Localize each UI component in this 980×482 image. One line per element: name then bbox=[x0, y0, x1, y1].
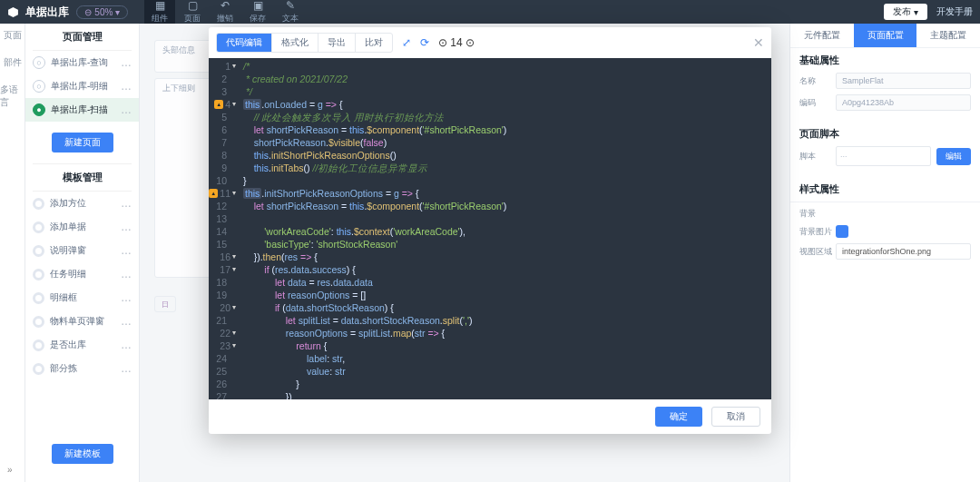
code-line[interactable]: let reasonOptions = [] bbox=[243, 289, 771, 301]
code-editor-dialog: 代码编辑 格式化 导出 比对 ⤢ ⟳ ⊙ 14 ⊙ ✕ 1▾23▲4▾56789… bbox=[209, 27, 771, 434]
code-line[interactable]: 'basicType': 'shortStockReason' bbox=[243, 238, 771, 251]
line-number: 19 bbox=[216, 289, 227, 301]
line-number: 14 bbox=[216, 225, 227, 238]
line-number: 27 bbox=[216, 390, 227, 399]
line-number: 1 bbox=[225, 60, 230, 73]
warning-icon[interactable]: ▲ bbox=[209, 189, 218, 198]
confirm-button[interactable]: 确定 bbox=[655, 407, 702, 427]
line-number: 22 bbox=[220, 327, 230, 339]
dialog-overlay: 代码编辑 格式化 导出 比对 ⤢ ⟳ ⊙ 14 ⊙ ✕ 1▾23▲4▾56789… bbox=[0, 0, 980, 482]
line-number: 24 bbox=[216, 352, 227, 365]
code-line[interactable]: label: str, bbox=[243, 352, 771, 365]
code-line[interactable]: /* bbox=[243, 60, 771, 73]
code-line[interactable]: reasonOptions = splitList.map(str => { bbox=[243, 327, 771, 339]
code-line[interactable] bbox=[243, 212, 771, 225]
close-icon[interactable]: ✕ bbox=[753, 35, 764, 50]
line-number: 2 bbox=[221, 73, 227, 85]
line-number: 18 bbox=[216, 276, 227, 289]
line-number: 11 bbox=[220, 187, 230, 200]
code-line[interactable]: }).then(res => { bbox=[243, 251, 771, 263]
fold-icon[interactable]: ▾ bbox=[232, 98, 236, 111]
line-number: 8 bbox=[221, 149, 227, 162]
code-line[interactable]: if (res.data.success) { bbox=[243, 263, 771, 276]
code-line[interactable]: }) bbox=[243, 390, 771, 399]
line-number: 4 bbox=[225, 98, 230, 111]
code-line[interactable]: */ bbox=[243, 85, 771, 98]
code-line[interactable]: * created on 2021/07/22 bbox=[243, 73, 771, 85]
line-number: 6 bbox=[221, 123, 227, 136]
fold-icon[interactable]: ▾ bbox=[232, 187, 236, 200]
line-number: 25 bbox=[216, 365, 227, 378]
code-line[interactable]: value: str bbox=[243, 365, 771, 378]
code-line[interactable]: } bbox=[243, 378, 771, 390]
fold-icon[interactable]: ▾ bbox=[232, 60, 236, 73]
line-number: 26 bbox=[216, 378, 227, 390]
code-line[interactable]: } bbox=[243, 174, 771, 187]
expand-icon[interactable]: ⤢ bbox=[402, 36, 411, 49]
line-number: 10 bbox=[216, 174, 227, 187]
dialog-footer: 确定 取消 bbox=[209, 399, 771, 434]
warning-icon[interactable]: ▲ bbox=[214, 100, 223, 109]
line-number: 9 bbox=[221, 162, 227, 174]
line-number: 16 bbox=[220, 251, 230, 263]
code-line[interactable]: this.initShortPickReasonOptions = g => { bbox=[243, 187, 771, 200]
fold-icon[interactable]: ▾ bbox=[232, 301, 236, 314]
line-number: 5 bbox=[221, 111, 227, 123]
line-number: 7 bbox=[221, 136, 227, 149]
fold-icon[interactable]: ▾ bbox=[232, 251, 236, 263]
dialog-tabs: 代码编辑 格式化 导出 比对 bbox=[216, 33, 393, 53]
code-line[interactable]: return { bbox=[243, 339, 771, 352]
line-number: 15 bbox=[216, 238, 227, 251]
line-number: 20 bbox=[220, 301, 230, 314]
line-number: 13 bbox=[216, 212, 227, 225]
line-number: 21 bbox=[216, 314, 227, 327]
code-line[interactable]: this.initTabs() //初始化工位信息异常显示 bbox=[243, 162, 771, 174]
line-number: 12 bbox=[216, 200, 227, 212]
code-line[interactable]: let shortPickReason = this.$component('#… bbox=[243, 123, 771, 136]
tab-code-edit[interactable]: 代码编辑 bbox=[217, 34, 272, 52]
code-line[interactable]: this.onLoaded = g => { bbox=[243, 98, 771, 111]
fold-icon[interactable]: ▾ bbox=[232, 263, 236, 276]
code-editor[interactable]: 1▾23▲4▾5678910▲11▾1213141516▾17▾181920▾2… bbox=[209, 58, 771, 399]
tab-export[interactable]: 导出 bbox=[318, 34, 356, 52]
code-line[interactable]: if (data.shortStockReason) { bbox=[243, 301, 771, 314]
dialog-header: 代码编辑 格式化 导出 比对 ⤢ ⟳ ⊙ 14 ⊙ ✕ bbox=[209, 27, 771, 58]
code-line[interactable]: let data = res.data.data bbox=[243, 276, 771, 289]
code-line[interactable]: shortPickReason.$visible(false) bbox=[243, 136, 771, 149]
tab-format[interactable]: 格式化 bbox=[272, 34, 318, 52]
refresh-icon[interactable]: ⟳ bbox=[420, 36, 429, 49]
code-line[interactable]: this.initShortPickReasonOptions() bbox=[243, 149, 771, 162]
line-number: 23 bbox=[220, 339, 230, 352]
line-number: 3 bbox=[221, 85, 227, 98]
fold-icon[interactable]: ▾ bbox=[232, 339, 236, 352]
fold-icon[interactable]: ▾ bbox=[232, 327, 236, 339]
code-line[interactable]: // 此处会触发多次导入 用时执行初始化方法 bbox=[243, 111, 771, 123]
code-line[interactable]: 'workAreaCode': this.$context('workAreaC… bbox=[243, 225, 771, 238]
issue-counter: ⊙ 14 ⊙ bbox=[438, 36, 475, 49]
line-number: 17 bbox=[220, 263, 230, 276]
cancel-button[interactable]: 取消 bbox=[711, 407, 760, 427]
code-line[interactable]: let shortPickReason = this.$component('#… bbox=[243, 200, 771, 212]
tab-compare[interactable]: 比对 bbox=[356, 34, 392, 52]
code-line[interactable]: let splitList = data.shortStockReason.sp… bbox=[243, 314, 771, 327]
